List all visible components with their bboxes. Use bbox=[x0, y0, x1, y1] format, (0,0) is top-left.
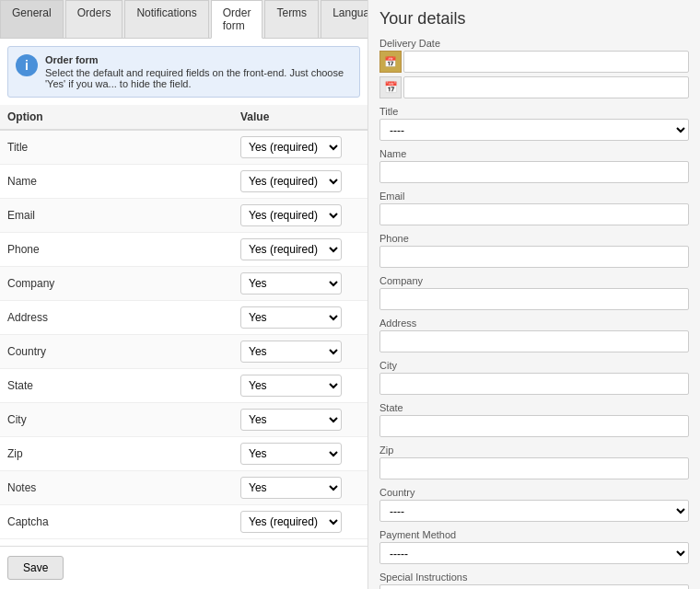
your-details-title: Your details bbox=[379, 9, 689, 29]
name-field-input[interactable] bbox=[379, 161, 689, 183]
row-label-title: Title bbox=[7, 141, 240, 154]
select-state[interactable]: YesYes (required)No bbox=[240, 375, 342, 397]
tabs-bar: General Orders Notifications Order form … bbox=[0, 0, 368, 39]
table-row: Name Yes (required)YesNo bbox=[0, 165, 368, 199]
select-phone[interactable]: Yes (required)YesNo bbox=[240, 238, 342, 260]
row-label-email: Email bbox=[7, 209, 240, 222]
select-country[interactable]: YesYes (required)No bbox=[240, 341, 342, 363]
phone-field-group: Phone bbox=[379, 233, 689, 268]
special-instructions-field-label: Special Instructions bbox=[379, 572, 689, 583]
row-label-phone: Phone bbox=[7, 243, 240, 256]
address-field-group: Address bbox=[379, 318, 689, 352]
table-row: Phone Yes (required)YesNo bbox=[0, 233, 368, 267]
phone-field-label: Phone bbox=[379, 233, 689, 244]
row-value-email[interactable]: Yes (required)YesNo bbox=[240, 204, 360, 226]
row-value-city[interactable]: YesYes (required)No bbox=[240, 409, 360, 431]
left-panel: General Orders Notifications Order form … bbox=[0, 0, 368, 589]
zip-field-input[interactable] bbox=[379, 457, 689, 479]
tab-general[interactable]: General bbox=[0, 0, 64, 38]
select-email[interactable]: Yes (required)YesNo bbox=[240, 204, 342, 226]
tab-languages[interactable]: Languages bbox=[321, 0, 368, 38]
info-title: Order form bbox=[45, 54, 352, 65]
table-row: Country YesYes (required)No bbox=[0, 335, 368, 369]
state-field-input[interactable] bbox=[379, 415, 689, 437]
row-value-captcha[interactable]: Yes (required)YesNo bbox=[240, 511, 360, 533]
title-field-label: Title bbox=[379, 106, 689, 117]
table-row: State YesYes (required)No bbox=[0, 369, 368, 403]
payment-method-field-select[interactable]: ----- bbox=[379, 542, 689, 564]
info-icon: i bbox=[16, 54, 38, 76]
tab-orders[interactable]: Orders bbox=[65, 0, 123, 38]
email-field-label: Email bbox=[379, 191, 689, 202]
city-field-group: City bbox=[379, 360, 689, 395]
select-captcha[interactable]: Yes (required)YesNo bbox=[240, 511, 342, 533]
table-row: Address YesYes (required)No bbox=[0, 301, 368, 335]
row-value-zip[interactable]: YesYes (required)No bbox=[240, 443, 360, 465]
select-company[interactable]: YesYes (required)No bbox=[240, 272, 342, 294]
row-value-company[interactable]: YesYes (required)No bbox=[240, 272, 360, 294]
title-field-select[interactable]: ---- MrMrsMs bbox=[379, 119, 689, 141]
city-field-label: City bbox=[379, 360, 689, 371]
row-label-city: City bbox=[7, 413, 240, 426]
row-label-zip: Zip bbox=[7, 447, 240, 460]
row-value-address[interactable]: YesYes (required)No bbox=[240, 306, 360, 329]
email-field-input[interactable] bbox=[379, 203, 689, 225]
row-label-captcha: Captcha bbox=[7, 515, 240, 528]
save-area: Save bbox=[0, 546, 368, 589]
row-label-notes: Notes bbox=[7, 481, 240, 494]
company-field-label: Company bbox=[379, 275, 689, 286]
tab-terms[interactable]: Terms bbox=[264, 0, 319, 38]
delivery-date-group: Delivery Date 📅 📅 bbox=[379, 38, 689, 98]
tab-notifications[interactable]: Notifications bbox=[124, 0, 208, 38]
options-table: Option Value Title Yes (required)YesNo N… bbox=[0, 105, 368, 546]
row-label-company: Company bbox=[7, 277, 240, 290]
table-row: Company YesYes (required)No bbox=[0, 267, 368, 301]
table-row: Notes YesYes (required)No bbox=[0, 471, 368, 505]
info-text: Order form Select the default and requir… bbox=[45, 54, 352, 89]
select-notes[interactable]: YesYes (required)No bbox=[240, 477, 342, 499]
header-option: Option bbox=[7, 110, 240, 123]
tab-order-form[interactable]: Order form bbox=[211, 0, 263, 39]
table-header: Option Value bbox=[0, 105, 368, 131]
email-field-group: Email bbox=[379, 191, 689, 225]
row-label-name: Name bbox=[7, 175, 240, 188]
company-field-group: Company bbox=[379, 275, 689, 310]
select-zip[interactable]: YesYes (required)No bbox=[240, 443, 342, 465]
select-address[interactable]: YesYes (required)No bbox=[240, 306, 342, 329]
city-field-input[interactable] bbox=[379, 373, 689, 395]
save-button[interactable]: Save bbox=[7, 556, 64, 580]
calendar-icon[interactable]: 📅 bbox=[379, 51, 402, 73]
special-instructions-textarea[interactable] bbox=[379, 584, 689, 589]
delivery-date-input[interactable] bbox=[403, 51, 689, 73]
table-row: Zip YesYes (required)No bbox=[0, 437, 368, 471]
table-row: City YesYes (required)No bbox=[0, 403, 368, 437]
row-value-notes[interactable]: YesYes (required)No bbox=[240, 477, 360, 499]
row-value-name[interactable]: Yes (required)YesNo bbox=[240, 170, 360, 192]
header-value: Value bbox=[240, 110, 360, 123]
right-panel: Your details Delivery Date 📅 📅 Title ---… bbox=[368, 0, 700, 589]
payment-method-field-label: Payment Method bbox=[379, 529, 689, 540]
info-box: i Order form Select the default and requ… bbox=[7, 46, 360, 98]
address-field-input[interactable] bbox=[379, 330, 689, 352]
country-field-select[interactable]: ---- bbox=[379, 500, 689, 522]
select-name[interactable]: Yes (required)YesNo bbox=[240, 170, 342, 192]
row-value-country[interactable]: YesYes (required)No bbox=[240, 341, 360, 363]
row-value-title[interactable]: Yes (required)YesNo bbox=[240, 136, 360, 158]
zip-field-group: Zip bbox=[379, 445, 689, 479]
select-city[interactable]: YesYes (required)No bbox=[240, 409, 342, 431]
row-value-state[interactable]: YesYes (required)No bbox=[240, 375, 360, 397]
row-label-state: State bbox=[7, 379, 240, 392]
zip-field-label: Zip bbox=[379, 445, 689, 456]
address-field-label: Address bbox=[379, 318, 689, 329]
select-title[interactable]: Yes (required)YesNo bbox=[240, 136, 342, 158]
table-row: Captcha Yes (required)YesNo bbox=[0, 505, 368, 539]
name-field-group: Name bbox=[379, 148, 689, 183]
company-field-input[interactable] bbox=[379, 288, 689, 310]
row-label-country: Country bbox=[7, 345, 240, 358]
delivery-date-label: Delivery Date bbox=[379, 38, 689, 49]
special-instructions-field-group: Special Instructions bbox=[379, 572, 689, 589]
state-field-group: State bbox=[379, 402, 689, 437]
delivery-date-picker-input[interactable] bbox=[403, 76, 689, 98]
phone-field-input[interactable] bbox=[379, 246, 689, 268]
row-value-phone[interactable]: Yes (required)YesNo bbox=[240, 238, 360, 260]
